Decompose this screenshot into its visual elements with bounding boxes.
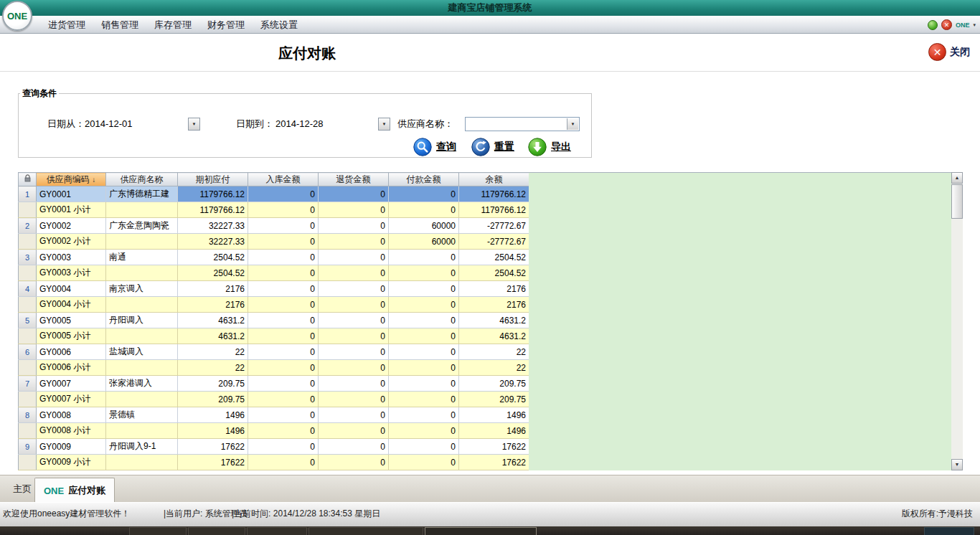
supplier-name-cell[interactable] — [106, 360, 178, 376]
column-header-payment-amount[interactable]: 付款金额 — [389, 173, 459, 186]
balance-cell[interactable]: 4631.2 — [459, 328, 529, 344]
export-button[interactable]: 导出 — [528, 138, 571, 156]
payment-amount-cell[interactable]: 0 — [389, 439, 459, 455]
opening-payable-cell[interactable]: 4631.2 — [178, 313, 248, 328]
row-number-cell[interactable]: 2 — [19, 218, 37, 234]
supplier-code-cell[interactable]: GY0006 小计 — [37, 360, 106, 376]
balance-cell[interactable]: 2176 — [459, 297, 529, 313]
date-from-dropdown-button[interactable]: ▼ — [188, 118, 200, 131]
inbound-amount-cell[interactable]: 0 — [248, 423, 319, 439]
row-number-cell[interactable]: 5 — [19, 313, 37, 328]
return-amount-cell[interactable]: 0 — [319, 313, 389, 328]
return-amount-cell[interactable]: 0 — [319, 344, 389, 360]
taskbar-item[interactable] — [129, 527, 187, 535]
balance-cell[interactable]: 1496 — [459, 423, 529, 439]
inbound-amount-cell[interactable]: 0 — [248, 360, 319, 376]
return-amount-cell[interactable]: 0 — [319, 392, 389, 407]
data-row[interactable]: 6GY0006盐城调入2200022 — [19, 344, 529, 360]
payment-amount-cell[interactable]: 0 — [389, 360, 459, 376]
inbound-amount-cell[interactable]: 0 — [248, 250, 319, 265]
return-amount-cell[interactable]: 0 — [319, 328, 389, 344]
return-amount-cell[interactable]: 0 — [319, 250, 389, 265]
inbound-amount-cell[interactable]: 0 — [248, 297, 319, 313]
payment-amount-cell[interactable]: 0 — [389, 407, 459, 423]
payment-amount-cell[interactable]: 0 — [389, 423, 459, 439]
supplier-code-cell[interactable]: GY0002 小计 — [37, 234, 106, 250]
supplier-code-cell[interactable]: GY0003 — [37, 250, 106, 265]
inbound-amount-cell[interactable]: 0 — [248, 439, 319, 455]
supplier-name-cell[interactable] — [106, 392, 178, 407]
balance-cell[interactable]: 2176 — [459, 281, 529, 297]
supplier-name-cell[interactable] — [106, 234, 178, 250]
balance-cell[interactable]: 1496 — [459, 407, 529, 423]
balance-cell[interactable]: 2504.52 — [459, 265, 529, 281]
payment-amount-cell[interactable]: 0 — [389, 250, 459, 265]
row-number-cell[interactable] — [19, 265, 37, 281]
row-number-cell[interactable]: 4 — [19, 281, 37, 297]
opening-payable-cell[interactable]: 2176 — [178, 281, 248, 297]
taskbar-tray[interactable] — [924, 527, 974, 535]
return-amount-cell[interactable]: 0 — [319, 297, 389, 313]
supplier-name-cell[interactable]: 张家港调入 — [106, 376, 178, 392]
supplier-code-cell[interactable]: GY0006 — [37, 344, 106, 360]
supplier-name-cell[interactable]: 丹阳调入9-1 — [106, 439, 178, 455]
row-number-cell[interactable] — [19, 234, 37, 250]
return-amount-cell[interactable]: 0 — [319, 455, 389, 470]
opening-payable-cell[interactable]: 17622 — [178, 455, 248, 470]
payment-amount-cell[interactable]: 0 — [389, 281, 459, 297]
data-row[interactable]: 2GY0002广东金意陶陶瓷32227.330060000-27772.67 — [19, 218, 529, 234]
supplier-code-cell[interactable]: GY0004 小计 — [37, 297, 106, 313]
return-amount-cell[interactable]: 0 — [319, 360, 389, 376]
inbound-amount-cell[interactable]: 0 — [248, 313, 319, 328]
subtotal-row[interactable]: GY0006 小计2200022 — [19, 360, 529, 376]
row-number-cell[interactable]: 9 — [19, 439, 37, 455]
date-to-dropdown-button[interactable]: ▼ — [378, 118, 390, 131]
inbound-amount-cell[interactable]: 0 — [248, 376, 319, 392]
supplier-name-cell[interactable] — [106, 455, 178, 470]
supplier-code-cell[interactable]: GY0009 — [37, 439, 106, 455]
payment-amount-cell[interactable]: 0 — [389, 297, 459, 313]
balance-cell[interactable]: 4631.2 — [459, 313, 529, 328]
supplier-name-cell[interactable]: 南通 — [106, 250, 178, 265]
inbound-amount-cell[interactable]: 0 — [248, 281, 319, 297]
balance-cell[interactable]: 17622 — [459, 439, 529, 455]
menu-item-purchase[interactable]: 进货管理 — [40, 16, 93, 34]
row-number-cell[interactable]: 3 — [19, 250, 37, 265]
search-button[interactable]: 查询 — [413, 138, 456, 156]
row-number-cell[interactable] — [19, 328, 37, 344]
scrollbar-thumb[interactable] — [951, 184, 963, 219]
opening-payable-cell[interactable]: 2504.52 — [178, 265, 248, 281]
subtotal-row[interactable]: GY0009 小计1762200017622 — [19, 455, 529, 470]
supplier-name-cell[interactable] — [106, 202, 178, 218]
theme-icon[interactable] — [928, 20, 938, 30]
tab-home[interactable]: 主页 — [9, 475, 36, 503]
row-number-cell[interactable] — [19, 297, 37, 313]
tab-payable-reconciliation[interactable]: ONE 应付对账 — [34, 478, 115, 503]
data-row[interactable]: 5GY0005丹阳调入4631.20004631.2 — [19, 313, 529, 328]
opening-payable-cell[interactable]: 209.75 — [178, 376, 248, 392]
inbound-amount-cell[interactable]: 0 — [248, 186, 319, 202]
return-amount-cell[interactable]: 0 — [319, 234, 389, 250]
opening-payable-cell[interactable]: 1179766.12 — [178, 202, 248, 218]
column-header-supplier-name[interactable]: 供应商名称 — [106, 173, 178, 186]
supplier-code-cell[interactable]: GY0001 — [37, 186, 106, 202]
return-amount-cell[interactable]: 0 — [319, 186, 389, 202]
opening-payable-cell[interactable]: 1496 — [178, 423, 248, 439]
inbound-amount-cell[interactable]: 0 — [248, 202, 319, 218]
lock-column-header[interactable] — [19, 173, 37, 186]
row-number-cell[interactable]: 7 — [19, 376, 37, 392]
supplier-name-cell[interactable] — [106, 297, 178, 313]
reset-button[interactable]: 重置 — [471, 138, 514, 156]
opening-payable-cell[interactable]: 2504.52 — [178, 250, 248, 265]
payment-amount-cell[interactable]: 60000 — [389, 234, 459, 250]
row-number-cell[interactable] — [19, 392, 37, 407]
supplier-dropdown-button[interactable]: ▼ — [567, 118, 578, 130]
subtotal-row[interactable]: GY0002 小计32227.330060000-27772.67 — [19, 234, 529, 250]
vertical-scrollbar[interactable]: ▲ ▼ — [951, 172, 963, 470]
supplier-code-cell[interactable]: GY0002 — [37, 218, 106, 234]
data-row[interactable]: 7GY0007张家港调入209.75000209.75 — [19, 376, 529, 392]
opening-payable-cell[interactable]: 209.75 — [178, 392, 248, 407]
subtotal-row[interactable]: GY0007 小计209.75000209.75 — [19, 392, 529, 407]
payment-amount-cell[interactable]: 0 — [389, 392, 459, 407]
supplier-code-cell[interactable]: GY0001 小计 — [37, 202, 106, 218]
